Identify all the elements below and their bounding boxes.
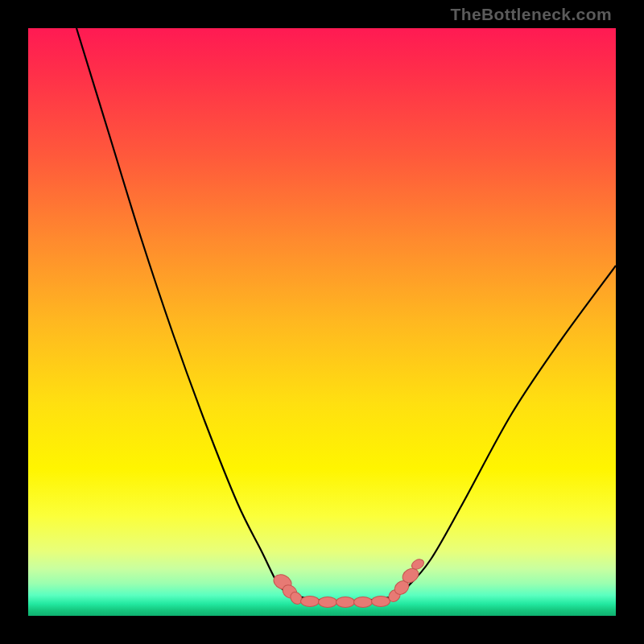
plot-area [28,28,616,616]
valley-marker [353,597,373,608]
watermark-text: TheBottleneck.com [450,5,612,24]
valley-marker [300,596,320,607]
bottleneck-curve [28,28,616,616]
valley-marker [318,597,337,608]
valley-marker [336,597,355,608]
root-canvas: TheBottleneck.com [0,0,644,644]
